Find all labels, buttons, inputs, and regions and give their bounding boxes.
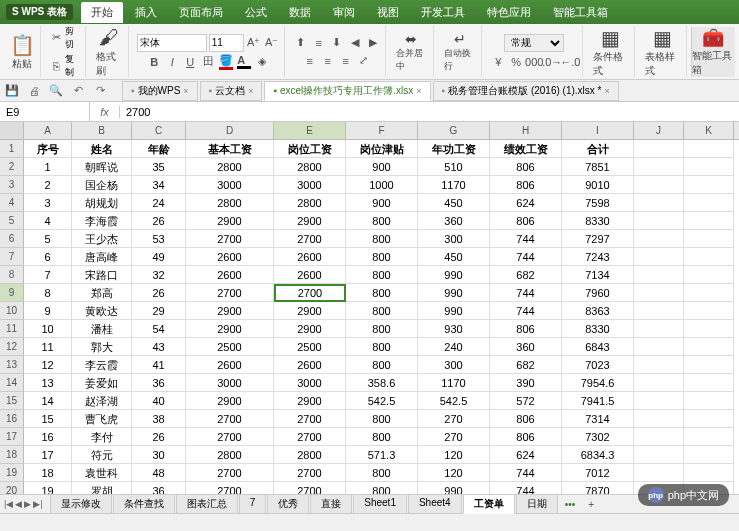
cell-E18[interactable]: 2800 [274, 446, 346, 464]
cell-B20[interactable]: 罗胡 [72, 482, 132, 494]
close-icon[interactable]: × [248, 86, 253, 96]
cell-D19[interactable]: 2700 [186, 464, 274, 482]
cell-G8[interactable]: 990 [418, 266, 490, 284]
cell-G7[interactable]: 450 [418, 248, 490, 266]
sheet-first-icon[interactable]: |◀ [4, 499, 13, 509]
cell-F3[interactable]: 1000 [346, 176, 418, 194]
cell-I8[interactable]: 7134 [562, 266, 634, 284]
sheet-tab-8[interactable]: 工资单 [463, 494, 515, 514]
redo-icon[interactable]: ↷ [92, 83, 108, 99]
select-all-corner[interactable] [0, 122, 24, 139]
cell-J1[interactable] [634, 140, 684, 158]
row-header-8[interactable]: 8 [0, 266, 24, 284]
grid-body[interactable]: 1序号姓名年龄基本工资岗位工资岗位津贴年功工资绩效工资合计21朝晖说352800… [0, 140, 739, 494]
italic-button[interactable]: I [164, 54, 180, 70]
orientation-icon[interactable]: ⤢ [356, 53, 372, 69]
cell-I5[interactable]: 8330 [562, 212, 634, 230]
row-header-19[interactable]: 19 [0, 464, 24, 482]
col-header-K[interactable]: K [684, 122, 734, 139]
cell-A9[interactable]: 8 [24, 284, 72, 302]
cell-B12[interactable]: 郭大 [72, 338, 132, 356]
cell-A17[interactable]: 16 [24, 428, 72, 446]
cell-K15[interactable] [684, 392, 734, 410]
cell-I4[interactable]: 7598 [562, 194, 634, 212]
doc-tab-0[interactable]: ▪我的WPS× [122, 81, 198, 101]
menu-tab-3[interactable]: 公式 [235, 2, 277, 23]
cell-H1[interactable]: 绩效工资 [490, 140, 562, 158]
sheet-more-icon[interactable]: ••• [559, 497, 582, 512]
doc-tab-3[interactable]: ▪税务管理台账模版 (2016) (1).xlsx *× [433, 81, 619, 101]
cell-E1[interactable]: 岗位工资 [274, 140, 346, 158]
cell-E9[interactable]: 2700 [274, 284, 346, 302]
col-header-B[interactable]: B [72, 122, 132, 139]
cell-G2[interactable]: 510 [418, 158, 490, 176]
menu-tab-2[interactable]: 页面布局 [169, 2, 233, 23]
cell-I12[interactable]: 6843 [562, 338, 634, 356]
cell-B8[interactable]: 宋路口 [72, 266, 132, 284]
cell-D6[interactable]: 2700 [186, 230, 274, 248]
cell-C16[interactable]: 38 [132, 410, 186, 428]
print-icon[interactable]: 🖨 [26, 83, 42, 99]
percent-icon[interactable]: % [508, 54, 524, 70]
cell-K14[interactable] [684, 374, 734, 392]
row-header-3[interactable]: 3 [0, 176, 24, 194]
cell-G16[interactable]: 270 [418, 410, 490, 428]
cell-G15[interactable]: 542.5 [418, 392, 490, 410]
cell-F18[interactable]: 571.3 [346, 446, 418, 464]
cell-D4[interactable]: 2800 [186, 194, 274, 212]
border-button[interactable]: 田 [200, 54, 216, 70]
cell-E20[interactable]: 2700 [274, 482, 346, 494]
cell-D18[interactable]: 2800 [186, 446, 274, 464]
cell-F19[interactable]: 800 [346, 464, 418, 482]
cell-J4[interactable] [634, 194, 684, 212]
cell-K11[interactable] [684, 320, 734, 338]
cell-B6[interactable]: 王少杰 [72, 230, 132, 248]
cell-A2[interactable]: 1 [24, 158, 72, 176]
align-top-icon[interactable]: ⬆ [293, 35, 309, 51]
cell-H11[interactable]: 806 [490, 320, 562, 338]
cell-F4[interactable]: 900 [346, 194, 418, 212]
cell-A13[interactable]: 12 [24, 356, 72, 374]
menu-tab-9[interactable]: 智能工具箱 [543, 2, 618, 23]
copy-icon[interactable]: ⎘ [49, 58, 63, 74]
cell-C12[interactable]: 43 [132, 338, 186, 356]
menu-tab-7[interactable]: 开发工具 [411, 2, 475, 23]
cell-D14[interactable]: 3000 [186, 374, 274, 392]
row-header-10[interactable]: 10 [0, 302, 24, 320]
row-header-13[interactable]: 13 [0, 356, 24, 374]
align-right-icon[interactable]: ≡ [338, 53, 354, 69]
cell-C10[interactable]: 29 [132, 302, 186, 320]
cell-I6[interactable]: 7297 [562, 230, 634, 248]
close-icon[interactable]: × [183, 86, 188, 96]
row-header-7[interactable]: 7 [0, 248, 24, 266]
row-header-14[interactable]: 14 [0, 374, 24, 392]
cell-B14[interactable]: 姜爱如 [72, 374, 132, 392]
cell-E7[interactable]: 2600 [274, 248, 346, 266]
cell-A1[interactable]: 序号 [24, 140, 72, 158]
align-center-icon[interactable]: ≡ [320, 53, 336, 69]
cell-E10[interactable]: 2900 [274, 302, 346, 320]
indent-right-icon[interactable]: ▶ [365, 35, 381, 51]
cell-A15[interactable]: 14 [24, 392, 72, 410]
cell-C9[interactable]: 26 [132, 284, 186, 302]
cell-G17[interactable]: 270 [418, 428, 490, 446]
cell-C13[interactable]: 41 [132, 356, 186, 374]
cell-I16[interactable]: 7314 [562, 410, 634, 428]
menu-tab-0[interactable]: 开始 [81, 2, 123, 23]
cell-G9[interactable]: 990 [418, 284, 490, 302]
cell-E11[interactable]: 2900 [274, 320, 346, 338]
copy-button[interactable]: 复制 [65, 53, 81, 79]
cell-K13[interactable] [684, 356, 734, 374]
cell-B18[interactable]: 符元 [72, 446, 132, 464]
cond-format-button[interactable]: ▦条件格式 [591, 24, 630, 80]
fill-color-button[interactable]: 🪣 [218, 54, 234, 70]
cell-G19[interactable]: 120 [418, 464, 490, 482]
cell-I13[interactable]: 7023 [562, 356, 634, 374]
cell-B16[interactable]: 曹飞虎 [72, 410, 132, 428]
row-header-16[interactable]: 16 [0, 410, 24, 428]
cell-I15[interactable]: 7941.5 [562, 392, 634, 410]
cell-F14[interactable]: 358.6 [346, 374, 418, 392]
cell-C4[interactable]: 24 [132, 194, 186, 212]
cell-E5[interactable]: 2900 [274, 212, 346, 230]
cell-F9[interactable]: 800 [346, 284, 418, 302]
